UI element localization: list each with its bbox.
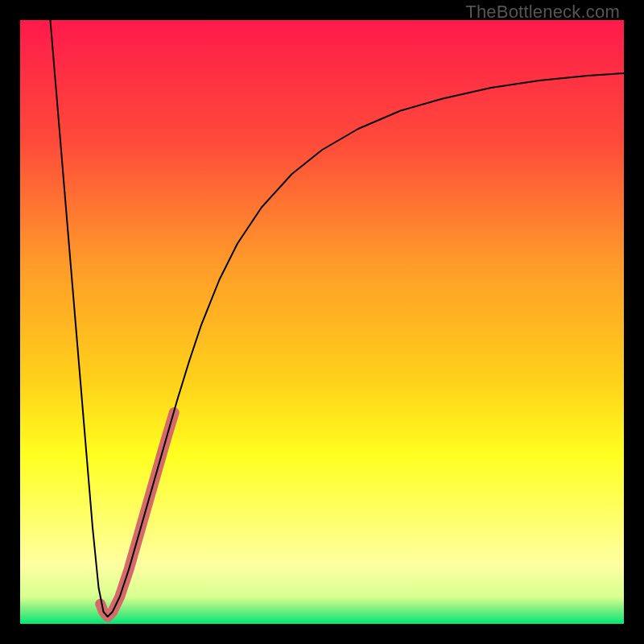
chart-frame: TheBottleneck.com [0, 0, 644, 644]
plot-area [20, 20, 624, 624]
chart-svg [20, 20, 624, 624]
gradient-background [20, 20, 624, 624]
